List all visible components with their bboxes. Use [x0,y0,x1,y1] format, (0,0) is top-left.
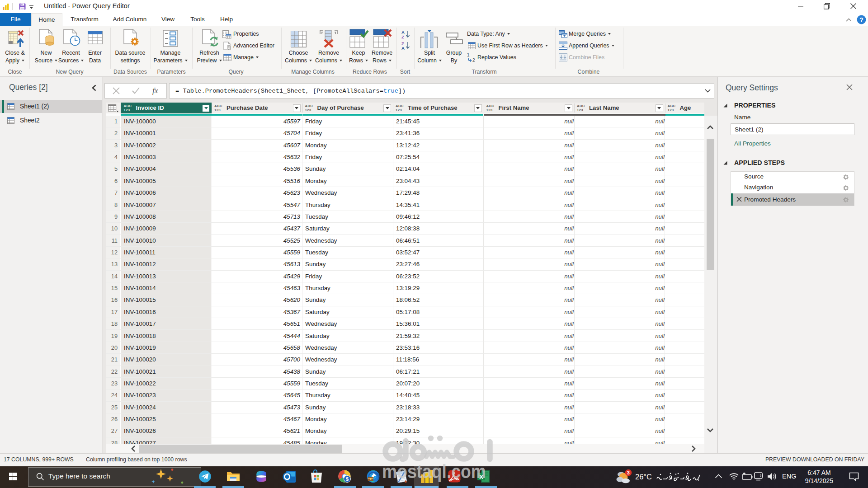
svg-text:mostaql.com: mostaql.com [382,460,486,482]
